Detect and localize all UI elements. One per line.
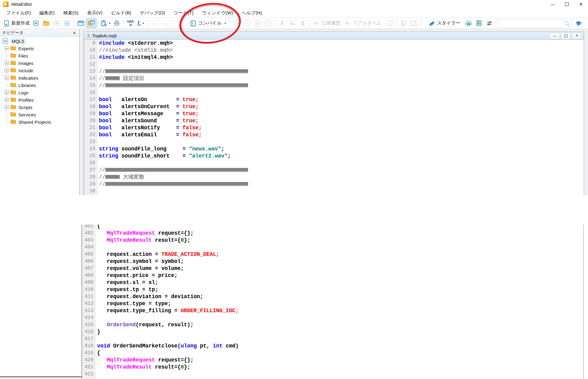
chart-window-button[interactable] [385, 19, 395, 28]
code-line: 419{ [82, 350, 583, 357]
tree-item-profiles[interactable]: +Profiles [0, 96, 79, 104]
tree-item-images[interactable]: +Images [0, 59, 79, 67]
tree-item-include[interactable]: +Include [0, 67, 79, 74]
menu-item[interactable]: 表示(V) [83, 9, 107, 17]
mdi-area: 5 TradeAI.mq5 ― ✕ 9#include <stderror.mq… [80, 29, 588, 195]
realtime-button[interactable]: ≡▷ リアルタイム [344, 19, 382, 28]
expander-plus-icon[interactable]: + [5, 105, 9, 109]
code-text: bool alertsSound = true; [98, 117, 199, 124]
start-button[interactable]: ▷ [242, 19, 253, 28]
search-input[interactable] [498, 20, 564, 27]
expander-plus-icon[interactable]: + [5, 61, 9, 65]
step-out-button[interactable]: ↥ [298, 19, 308, 28]
menu-item[interactable]: ヘルプ(H) [237, 9, 266, 17]
styler-button[interactable]: スタイラー [427, 19, 461, 28]
navigator-toggle-button[interactable] [86, 19, 96, 28]
paste-caret-icon: ▾ [109, 22, 111, 25]
debug-start-button[interactable]: ▷⦁ [232, 19, 242, 28]
code-editor-bottom[interactable]: 401{402 MqlTradeRequest request={};403 M… [82, 225, 583, 379]
menu-item[interactable]: ウィンドウ(W) [198, 9, 237, 17]
stop-button[interactable]: □ [263, 19, 273, 28]
storage-button[interactable] [474, 19, 484, 28]
code-text: // 設定項目 [98, 75, 145, 82]
academy-button[interactable] [573, 19, 584, 28]
toolbar-separator [148, 20, 148, 27]
step-into-button[interactable]: ↧ [277, 19, 287, 28]
tree-item-indicators[interactable]: +Indicators [0, 74, 79, 81]
tree-item-label: Libraries [18, 83, 36, 88]
tree-item-label: MQL5 [10, 39, 25, 44]
toolbar-separator [230, 20, 230, 27]
tree-item-shared-projects[interactable]: Shared Projects [0, 118, 79, 126]
doc-minimize-button[interactable]: ― [550, 32, 560, 39]
folder-icon [10, 60, 16, 66]
copy-button[interactable] [398, 19, 409, 28]
styler-label: スタイラー [437, 20, 460, 26]
toolbar-separator [98, 20, 98, 27]
minimize-button[interactable]: ― [546, 0, 560, 9]
search-icon[interactable] [564, 21, 568, 25]
tree-item-mql5[interactable]: <>MQL5 [0, 37, 79, 45]
expander-plus-icon[interactable]: + [5, 68, 9, 72]
code-line: 22bool alertsEmail = false; [84, 131, 584, 138]
menu-item[interactable]: ビルド(B) [107, 9, 136, 17]
new-file-button[interactable]: 新規作成 [2, 19, 31, 28]
account-history-button[interactable]: ≡▷ 口座履歴 [313, 19, 341, 28]
code-line: 14// 設定項目 [84, 75, 584, 82]
forward-button[interactable]: → [160, 19, 170, 28]
market-button[interactable] [111, 19, 122, 28]
tree-item-libraries[interactable]: Libraries [0, 81, 79, 89]
code-line: 408 request.price = price; [82, 272, 583, 279]
fx-button[interactable]: fx ▾ [136, 19, 146, 28]
menu-item[interactable]: デバッグ(D) [136, 9, 169, 17]
code-editor-top[interactable]: 9#include <stderror.mqh>10//#include <st… [84, 40, 584, 195]
expander-plus-icon[interactable]: + [5, 46, 9, 50]
doc-close-icon: ✕ [575, 34, 578, 38]
tree-item-experts[interactable]: +Experts [0, 45, 79, 52]
code-text: MqlTradeRequest request={}; [96, 230, 194, 237]
step-over-button[interactable]: ⤿ [287, 19, 298, 28]
open-file-button[interactable] [41, 19, 51, 28]
code-text: { [96, 225, 100, 230]
var-button[interactable]: VAR⇲ [125, 19, 136, 28]
maximize-button[interactable] [560, 0, 574, 9]
tree-item-logs[interactable]: +Logs [0, 89, 79, 96]
settings-button[interactable] [484, 19, 495, 28]
tree-item-label: Services [18, 112, 36, 117]
expander-plus-icon[interactable]: + [5, 90, 9, 94]
menu-item[interactable]: ファイル(F) [2, 9, 35, 17]
close-button[interactable]: ✕ [574, 0, 588, 9]
doc-minimize-icon: ― [553, 34, 556, 38]
line-number: 414 [82, 314, 96, 321]
document-titlebar[interactable]: 5 TradeAI.mq5 ― ✕ [84, 32, 584, 40]
back-button[interactable]: ← [149, 19, 160, 28]
save-button[interactable] [51, 19, 62, 28]
tree-item-scripts[interactable]: +Scripts [0, 104, 79, 111]
styler-comb-icon [428, 20, 435, 26]
tree-item-files[interactable]: Files [0, 52, 79, 59]
new-window-button[interactable] [31, 19, 41, 28]
snippet-button[interactable] [409, 19, 419, 28]
compile-button[interactable]: コンパイル ▾ [188, 19, 228, 28]
doc-close-button[interactable]: ✕ [572, 32, 582, 39]
code-text: OrderSend(request, result); [96, 321, 194, 328]
screenshot-cut-line [0, 377, 82, 377]
paste-template-button[interactable]: ▾ [100, 19, 111, 28]
save-all-button[interactable] [62, 19, 72, 28]
doc-restore-button[interactable] [561, 32, 571, 39]
cloud-sync-button[interactable] [463, 19, 474, 28]
expander-plus-icon[interactable]: + [5, 76, 9, 80]
tree-item-label: Scripts [18, 105, 32, 110]
tree-item-services[interactable]: Services [0, 111, 79, 118]
line-number: 410 [82, 286, 96, 293]
menu-item[interactable]: 検索(S) [59, 9, 83, 17]
menu-item[interactable]: 編集(E) [35, 9, 59, 17]
step-over-icon: ⤿ [290, 21, 294, 26]
navigator-close-icon[interactable]: ✕ [72, 31, 77, 35]
menu-item[interactable]: ツール(T) [169, 9, 198, 17]
window-layout-button[interactable] [76, 19, 86, 28]
expander-plus-icon[interactable]: + [5, 98, 9, 102]
pause-button[interactable]: ❙❙ [253, 19, 263, 28]
editor-bottom-section: 401{402 MqlTradeRequest request={};403 M… [0, 225, 588, 379]
comment-bar [105, 168, 248, 172]
